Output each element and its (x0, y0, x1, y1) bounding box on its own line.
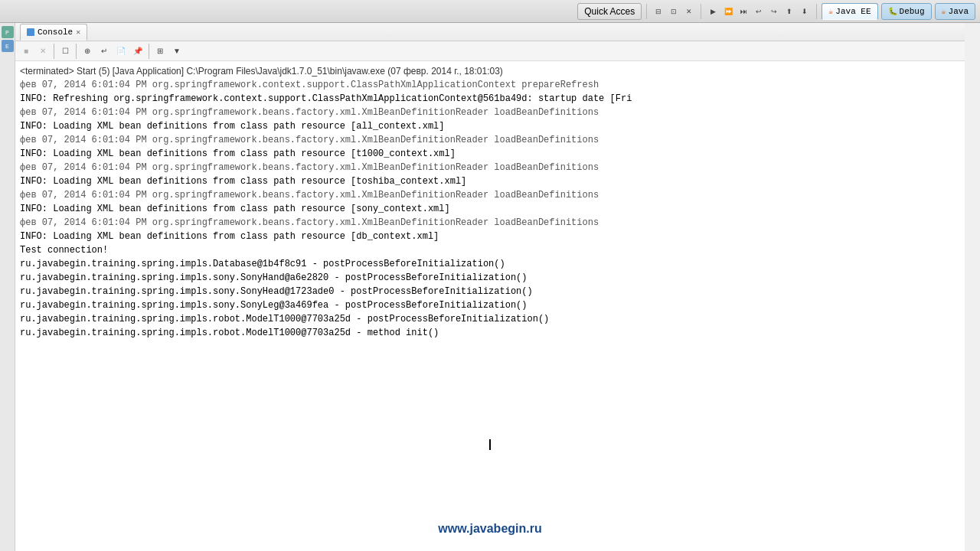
toolbar-icon-7[interactable]: ↩ (752, 5, 766, 18)
debug-tab[interactable]: 🐛 Debug (881, 3, 932, 20)
console-tab-icon (27, 28, 34, 36)
side-icon-1[interactable]: P (2, 26, 14, 38)
pin-console-button[interactable]: 📌 (130, 44, 145, 59)
debug-icon: 🐛 (888, 7, 897, 16)
toolbar-separator-3 (816, 4, 817, 19)
console-line: фев 07, 2014 6:01:04 PM org.springframew… (20, 133, 960, 147)
main-area: Console ✕ ■ ✕ ☐ ⊕ ↵ 📄 📌 ⊞ ▼ <terminated>… (15, 23, 965, 551)
toolbar-icon-2[interactable]: ⊡ (667, 5, 681, 18)
toolbar-icon-6[interactable]: ⏭ (737, 5, 750, 18)
console-tab[interactable]: Console ✕ (20, 24, 87, 41)
java-icon: ☕ (942, 7, 946, 16)
console-tab-label: Console (38, 28, 73, 37)
remove-launch-button[interactable]: ✕ (35, 44, 51, 59)
terminated-line: <terminated> Start (5) [Java Application… (20, 64, 960, 78)
toolbar-icon-group-2: ▶ ⏩ ⏭ ↩ ↪ ⬆ ⬇ (706, 5, 812, 18)
console-toolbar: ■ ✕ ☐ ⊕ ↵ 📄 📌 ⊞ ▼ (15, 41, 965, 61)
toolbar-icon-3[interactable]: ✕ (682, 5, 696, 18)
side-icon-bar: P E (0, 23, 15, 551)
console-line: INFO: Loading XML bean definitions from … (20, 147, 960, 161)
toolbar-icon-1[interactable]: ⊟ (652, 5, 665, 18)
toolbar-icon-8[interactable]: ↪ (767, 5, 781, 18)
footer-watermark: www.javabegin.ru (15, 522, 965, 536)
console-line: ru.javabegin.training.spring.impls.sony.… (20, 285, 960, 298)
console-line: ru.javabegin.training.spring.impls.sony.… (20, 298, 960, 312)
con-toolbar-separator-3 (149, 44, 149, 59)
console-line: ru.javabegin.training.spring.impls.sony.… (20, 271, 960, 285)
watermark-text: www.javabegin.ru (438, 522, 541, 535)
console-empty-space (20, 340, 960, 432)
scroll-lock-button[interactable]: ⊕ (80, 44, 95, 59)
toolbar-icon-group: ⊟ ⊡ ✕ (652, 5, 696, 18)
toolbar-icon-5[interactable]: ⏩ (721, 5, 735, 18)
toolbar-separator-2 (701, 4, 701, 19)
quick-access-button[interactable]: Quick Acces (577, 3, 642, 20)
console-line: INFO: Refreshing org.springframework.con… (20, 92, 960, 106)
java-tab[interactable]: ☕ Java (935, 3, 975, 20)
text-cursor (489, 439, 491, 450)
cursor-line (20, 432, 960, 458)
word-wrap-button[interactable]: ↵ (96, 44, 112, 59)
terminate-button[interactable]: ■ (18, 44, 34, 59)
toolbar-icon-9[interactable]: ⬆ (782, 5, 796, 18)
console-line: фев 07, 2014 6:01:04 PM org.springframew… (20, 78, 960, 92)
toolbar-icon-4[interactable]: ▶ (706, 5, 720, 18)
java-ee-icon: ☕ (828, 7, 833, 16)
con-toolbar-separator-1 (54, 44, 54, 59)
console-tab-close-button[interactable]: ✕ (76, 28, 80, 37)
console-header: Console ✕ (15, 23, 965, 41)
console-line: INFO: Loading XML bean definitions from … (20, 174, 960, 188)
console-line: INFO: Loading XML bean definitions from … (20, 230, 960, 243)
java-label: Java (949, 7, 969, 16)
console-line: Test connection! (20, 243, 960, 257)
toolbar-separator (646, 4, 647, 19)
console-line: INFO: Loading XML bean definitions from … (20, 119, 960, 133)
console-line: фев 07, 2014 6:01:04 PM org.springframew… (20, 188, 960, 202)
console-line: фев 07, 2014 6:01:04 PM org.springframew… (20, 161, 960, 174)
java-ee-tab[interactable]: ☕ Java EE (822, 3, 877, 20)
java-ee-label: Java EE (835, 7, 871, 16)
console-output[interactable]: <terminated> Start (5) [Java Application… (15, 61, 965, 551)
debug-label: Debug (900, 7, 925, 16)
console-line: INFO: Loading XML bean definitions from … (20, 202, 960, 216)
console-line: ru.javabegin.training.spring.impls.Datab… (20, 257, 960, 271)
console-line: фев 07, 2014 6:01:04 PM org.springframew… (20, 106, 960, 119)
console-line: ru.javabegin.training.spring.impls.robot… (20, 326, 960, 340)
display-selected-button[interactable]: ▼ (169, 44, 185, 59)
clear-console-button[interactable]: ☐ (57, 44, 73, 59)
con-toolbar-separator-2 (76, 44, 77, 59)
open-file-button[interactable]: 📄 (113, 44, 129, 59)
toolbar-icon-10[interactable]: ⬇ (798, 5, 812, 18)
console-line: фев 07, 2014 6:01:04 PM org.springframew… (20, 216, 960, 230)
side-icon-2[interactable]: E (2, 40, 14, 52)
main-toolbar: Quick Acces ⊟ ⊡ ✕ ▶ ⏩ ⏭ ↩ ↪ ⬆ ⬇ ☕ Java E… (0, 0, 980, 23)
console-lines-container: фев 07, 2014 6:01:04 PM org.springframew… (20, 78, 960, 340)
console-line: ru.javabegin.training.spring.impls.robot… (20, 312, 960, 326)
new-console-button[interactable]: ⊞ (152, 44, 168, 59)
